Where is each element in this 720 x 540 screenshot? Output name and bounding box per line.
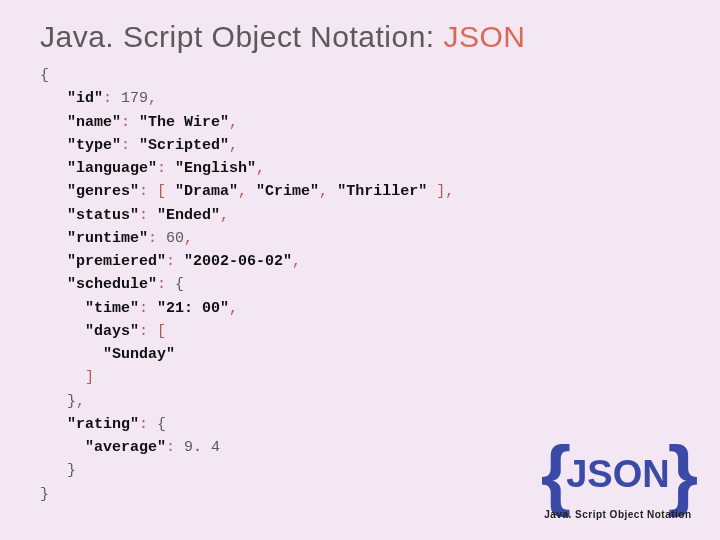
json-logo: { JSON } Java. Script Object Notation	[541, 441, 695, 520]
title-prefix: Java. Script Object Notation:	[40, 20, 444, 53]
brace-open: {	[40, 67, 49, 84]
key-schedule: "schedule"	[67, 276, 157, 293]
key-name: "name"	[67, 114, 121, 131]
key-days: "days"	[85, 323, 139, 340]
key-language: "language"	[67, 160, 157, 177]
val-runtime: 60	[166, 230, 184, 247]
logo-right-brace: }	[668, 441, 695, 507]
val-language: "English"	[175, 160, 256, 177]
val-premiered: "2002-06-02"	[184, 253, 292, 270]
key-id: "id"	[67, 90, 103, 107]
val-type: "Scripted"	[139, 137, 229, 154]
logo-text: JSON	[566, 458, 669, 490]
code-block: { "id": 179, "name": "The Wire", "type":…	[40, 64, 690, 506]
key-runtime: "runtime"	[67, 230, 148, 247]
json-logo-braces: { JSON }	[541, 441, 695, 507]
logo-left-brace: {	[541, 441, 568, 507]
page-title: Java. Script Object Notation: JSON	[40, 20, 690, 54]
val-name: "The Wire"	[139, 114, 229, 131]
key-rating: "rating"	[67, 416, 139, 433]
val-status: "Ended"	[157, 207, 220, 224]
key-status: "status"	[67, 207, 139, 224]
logo-subtitle: Java. Script Object Notation	[541, 509, 695, 520]
key-average: "average"	[85, 439, 166, 456]
val-time: "21: 00"	[157, 300, 229, 317]
key-type: "type"	[67, 137, 121, 154]
key-premiered: "premiered"	[67, 253, 166, 270]
val-id: 179	[121, 90, 148, 107]
title-accent: JSON	[444, 20, 526, 53]
key-genres: "genres"	[67, 183, 139, 200]
val-days-0: "Sunday"	[103, 346, 175, 363]
key-time: "time"	[85, 300, 139, 317]
val-average: 9. 4	[184, 439, 220, 456]
slide: Java. Script Object Notation: JSON { "id…	[0, 0, 720, 540]
brace-close: }	[40, 486, 49, 503]
